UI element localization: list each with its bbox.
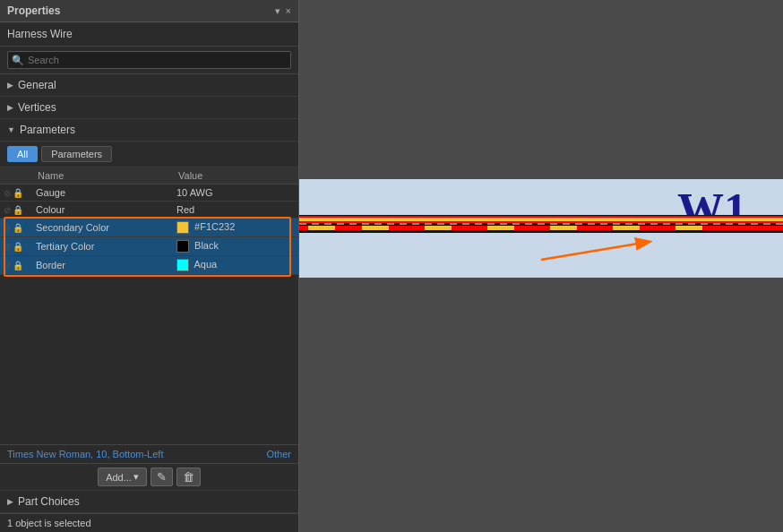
- svg-rect-2: [299, 218, 783, 221]
- parameters-arrow: ▼: [7, 125, 15, 134]
- row-name-cell: Colour: [32, 202, 173, 219]
- add-button[interactable]: Add... ▾: [98, 468, 147, 486]
- row-icons-cell: ⊘ 🔒: [0, 219, 32, 237]
- search-input[interactable]: [7, 51, 291, 69]
- svg-rect-10: [613, 226, 640, 230]
- row-value-cell: Aqua: [173, 256, 288, 275]
- panel-footer: Times New Roman, 10, Bottom-Left Other: [0, 444, 298, 463]
- footer-font-info: Times New Roman, 10, Bottom-Left: [7, 449, 163, 459]
- row-value-cell: 10 AWG: [173, 184, 288, 202]
- row-icons-cell: ⊘ 🔒: [0, 202, 32, 219]
- spacer: [0, 275, 298, 382]
- params-table-wrapper: Name Value ⊘ 🔒: [0, 167, 298, 275]
- add-arrow-icon: ▾: [133, 471, 139, 483]
- add-label: Add...: [106, 472, 132, 483]
- color-swatch: [176, 240, 189, 253]
- lock-icon: 🔒: [13, 261, 23, 270]
- search-wrap: 🔍: [7, 51, 291, 69]
- row-value-cell: Black: [173, 237, 288, 256]
- table-header-row: Name Value: [0, 167, 298, 184]
- canvas-area[interactable]: W1: [299, 0, 783, 532]
- part-choices-arrow: ▶: [7, 497, 13, 506]
- color-swatch: [176, 259, 189, 271]
- no-icon: ⊘: [4, 261, 11, 270]
- lock-icon: 🔒: [13, 188, 23, 198]
- filter-all-button[interactable]: All: [7, 146, 38, 162]
- search-icon: 🔍: [12, 55, 24, 66]
- row-name-cell: Gauge: [32, 184, 173, 202]
- col-name: Name: [32, 167, 173, 184]
- col-value: Value: [173, 167, 288, 184]
- status-text: 1 object is selected: [7, 518, 91, 528]
- wire-bg: W1: [299, 179, 783, 278]
- panel-header: Properties ▾ ×: [0, 0, 298, 22]
- wire-svg: [299, 210, 783, 237]
- row-icons: ⊘ 🔒: [4, 223, 29, 233]
- part-choices-header[interactable]: ▶ Part Choices: [0, 491, 298, 513]
- part-choices-label: Part Choices: [18, 495, 80, 508]
- no-icon: ⊘: [4, 205, 11, 215]
- search-bar: 🔍: [0, 47, 298, 74]
- delete-icon: 🗑: [183, 470, 194, 484]
- lock-icon: 🔒: [13, 205, 23, 215]
- no-icon: ⊘: [4, 242, 11, 252]
- row-extra-cell: [288, 256, 298, 275]
- edit-button[interactable]: ✎: [151, 468, 173, 486]
- general-label: General: [18, 79, 56, 91]
- parameters-header[interactable]: ▼ Parameters: [0, 119, 298, 142]
- status-bar: 1 object is selected: [0, 513, 298, 532]
- panel-content: ▶ General ▶ Vertices ▼ Parameters All Pa…: [0, 74, 298, 444]
- section-parameters: ▼ Parameters All Parameters Name Value: [0, 119, 298, 275]
- panel-title: Properties: [7, 4, 60, 17]
- edit-icon: ✎: [157, 470, 167, 484]
- right-area: W1: [299, 0, 783, 532]
- vertices-label: Vertices: [18, 101, 56, 114]
- row-name-cell: Border: [32, 256, 173, 275]
- panel-header-icons: ▾ ×: [275, 5, 291, 17]
- row-icons-cell: ⊘ 🔒: [0, 184, 32, 202]
- col-extra: [288, 167, 298, 184]
- parameters-label: Parameters: [20, 124, 75, 136]
- row-extra-cell: [288, 202, 298, 219]
- table-row[interactable]: ⊘ 🔒 Secondary Color #F1C232: [0, 219, 298, 237]
- panel-action-bar: Add... ▾ ✎ 🗑: [0, 463, 298, 490]
- table-row[interactable]: ⊘ 🔒 Border Aqua: [0, 256, 298, 275]
- row-icons-cell: ⊘ 🔒: [0, 237, 32, 256]
- table-row[interactable]: ⊘ 🔒 Colour Red: [0, 202, 298, 219]
- svg-rect-9: [550, 226, 577, 230]
- no-icon: ⊘: [4, 188, 11, 198]
- delete-button[interactable]: 🗑: [176, 468, 201, 486]
- svg-rect-11: [675, 226, 702, 230]
- no-icon: ⊘: [4, 223, 11, 233]
- pin-icon[interactable]: ▾: [275, 5, 280, 17]
- row-value-cell: Red: [173, 202, 288, 219]
- row-icons: ⊘ 🔒: [4, 261, 29, 270]
- lock-icon: 🔒: [13, 242, 23, 252]
- row-icons-cell: ⊘ 🔒: [0, 256, 32, 275]
- svg-rect-7: [425, 226, 452, 230]
- general-arrow: ▶: [7, 81, 13, 90]
- close-icon[interactable]: ×: [286, 5, 291, 16]
- table-row[interactable]: ⊘ 🔒 Tertiary Color Black: [0, 237, 298, 256]
- row-icons: ⊘ 🔒: [4, 242, 29, 252]
- section-general[interactable]: ▶ General: [0, 74, 298, 97]
- footer-other-link[interactable]: Other: [266, 449, 291, 459]
- section-part-choices: ▶ Part Choices: [0, 490, 298, 513]
- row-icons: ⊘ 🔒: [4, 205, 29, 215]
- color-swatch: [176, 221, 189, 234]
- vertices-arrow: ▶: [7, 103, 13, 112]
- row-extra-cell: [288, 237, 298, 256]
- section-vertices[interactable]: ▶ Vertices: [0, 97, 298, 119]
- svg-rect-8: [487, 226, 514, 230]
- filter-bar: All Parameters: [0, 142, 298, 167]
- table-row[interactable]: ⊘ 🔒 Gauge 10 AWG: [0, 184, 298, 202]
- col-icons: [0, 167, 32, 184]
- filter-params-button[interactable]: Parameters: [41, 146, 112, 162]
- svg-rect-6: [362, 226, 389, 230]
- params-table: Name Value ⊘ 🔒: [0, 167, 298, 275]
- object-name: Harness Wire: [0, 22, 298, 47]
- left-panel: Properties ▾ × Harness Wire 🔍 ▶ General …: [0, 0, 299, 532]
- lock-icon: 🔒: [13, 223, 23, 233]
- row-icons: ⊘ 🔒: [4, 188, 29, 198]
- row-extra-cell: [288, 219, 298, 237]
